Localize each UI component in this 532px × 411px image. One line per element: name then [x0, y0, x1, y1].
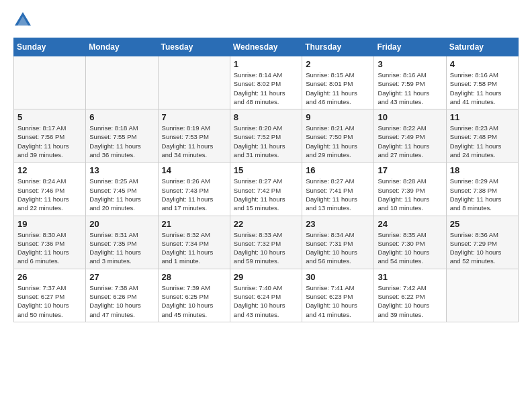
day-number: 14 — [162, 165, 226, 175]
calendar-week-1: 1Sunrise: 8:14 AM Sunset: 8:02 PM Daylig… — [14, 56, 519, 109]
calendar-cell: 29Sunrise: 7:40 AM Sunset: 6:24 PM Dayli… — [230, 269, 302, 322]
calendar-cell: 15Sunrise: 8:27 AM Sunset: 7:42 PM Dayli… — [230, 163, 302, 216]
calendar-cell: 10Sunrise: 8:22 AM Sunset: 7:49 PM Dayli… — [374, 109, 446, 163]
day-number: 13 — [89, 165, 154, 175]
day-number: 26 — [17, 272, 82, 282]
weekday-header-thursday: Thursday — [302, 38, 374, 56]
calendar-week-3: 12Sunrise: 8:24 AM Sunset: 7:46 PM Dayli… — [14, 163, 519, 216]
calendar-cell: 17Sunrise: 8:28 AM Sunset: 7:39 PM Dayli… — [374, 163, 446, 216]
calendar-cell: 6Sunrise: 8:18 AM Sunset: 7:55 PM Daylig… — [86, 109, 158, 163]
calendar-cell: 21Sunrise: 8:32 AM Sunset: 7:34 PM Dayli… — [158, 216, 230, 269]
day-number: 11 — [450, 112, 515, 122]
day-number: 15 — [234, 165, 298, 175]
calendar-cell: 13Sunrise: 8:25 AM Sunset: 7:45 PM Dayli… — [86, 163, 158, 216]
day-number: 2 — [306, 59, 370, 69]
day-info: Sunrise: 8:18 AM Sunset: 7:55 PM Dayligh… — [89, 124, 154, 159]
day-info: Sunrise: 7:39 AM Sunset: 6:25 PM Dayligh… — [162, 283, 226, 319]
calendar-cell: 28Sunrise: 7:39 AM Sunset: 6:25 PM Dayli… — [158, 269, 230, 322]
day-number: 24 — [378, 219, 442, 229]
weekday-header-tuesday: Tuesday — [158, 38, 230, 56]
day-info: Sunrise: 8:25 AM Sunset: 7:45 PM Dayligh… — [89, 177, 154, 212]
calendar-cell: 5Sunrise: 8:17 AM Sunset: 7:56 PM Daylig… — [14, 109, 86, 163]
day-number: 16 — [306, 165, 370, 175]
day-number: 22 — [234, 219, 298, 229]
weekday-header-saturday: Saturday — [446, 38, 518, 56]
calendar-cell: 20Sunrise: 8:31 AM Sunset: 7:35 PM Dayli… — [86, 216, 158, 269]
day-number: 28 — [162, 272, 226, 282]
day-number: 29 — [234, 272, 298, 282]
calendar-cell: 23Sunrise: 8:34 AM Sunset: 7:31 PM Dayli… — [302, 216, 374, 269]
day-info: Sunrise: 8:33 AM Sunset: 7:32 PM Dayligh… — [234, 230, 298, 266]
logo — [13, 11, 35, 30]
day-info: Sunrise: 7:40 AM Sunset: 6:24 PM Dayligh… — [234, 283, 298, 319]
calendar-cell: 24Sunrise: 8:35 AM Sunset: 7:30 PM Dayli… — [374, 216, 446, 269]
weekday-header-monday: Monday — [86, 38, 158, 56]
calendar-cell — [158, 56, 230, 109]
day-number: 20 — [89, 219, 154, 229]
day-info: Sunrise: 8:35 AM Sunset: 7:30 PM Dayligh… — [378, 230, 442, 266]
day-info: Sunrise: 8:32 AM Sunset: 7:34 PM Dayligh… — [162, 230, 226, 266]
day-number: 4 — [450, 59, 515, 69]
day-number: 25 — [450, 219, 515, 229]
day-number: 31 — [378, 272, 442, 282]
day-number: 19 — [17, 219, 82, 229]
day-number: 27 — [89, 272, 154, 282]
calendar-week-5: 26Sunrise: 7:37 AM Sunset: 6:27 PM Dayli… — [14, 269, 519, 322]
calendar-cell: 31Sunrise: 7:42 AM Sunset: 6:22 PM Dayli… — [374, 269, 446, 322]
day-info: Sunrise: 8:20 AM Sunset: 7:52 PM Dayligh… — [234, 124, 298, 159]
calendar-cell: 18Sunrise: 8:29 AM Sunset: 7:38 PM Dayli… — [446, 163, 518, 216]
day-number: 23 — [306, 219, 370, 229]
day-info: Sunrise: 8:17 AM Sunset: 7:56 PM Dayligh… — [17, 124, 82, 159]
day-info: Sunrise: 8:15 AM Sunset: 8:01 PM Dayligh… — [306, 71, 370, 106]
page: SundayMondayTuesdayWednesdayThursdayFrid… — [0, 0, 532, 411]
day-info: Sunrise: 8:27 AM Sunset: 7:42 PM Dayligh… — [234, 177, 298, 212]
day-info: Sunrise: 8:16 AM Sunset: 7:58 PM Dayligh… — [450, 71, 515, 106]
calendar-cell: 12Sunrise: 8:24 AM Sunset: 7:46 PM Dayli… — [14, 163, 86, 216]
calendar-cell: 2Sunrise: 8:15 AM Sunset: 8:01 PM Daylig… — [302, 56, 374, 109]
day-number: 5 — [17, 112, 82, 122]
calendar-cell: 19Sunrise: 8:30 AM Sunset: 7:36 PM Dayli… — [14, 216, 86, 269]
day-info: Sunrise: 8:26 AM Sunset: 7:43 PM Dayligh… — [162, 177, 226, 212]
calendar-cell: 16Sunrise: 8:27 AM Sunset: 7:41 PM Dayli… — [302, 163, 374, 216]
day-number: 9 — [306, 112, 370, 122]
weekday-header-friday: Friday — [374, 38, 446, 56]
calendar-cell: 25Sunrise: 8:36 AM Sunset: 7:29 PM Dayli… — [446, 216, 518, 269]
day-info: Sunrise: 8:16 AM Sunset: 7:59 PM Dayligh… — [378, 71, 442, 106]
day-info: Sunrise: 8:23 AM Sunset: 7:48 PM Dayligh… — [450, 124, 515, 159]
calendar-cell: 4Sunrise: 8:16 AM Sunset: 7:58 PM Daylig… — [446, 56, 518, 109]
day-info: Sunrise: 8:19 AM Sunset: 7:53 PM Dayligh… — [162, 124, 226, 159]
day-info: Sunrise: 8:31 AM Sunset: 7:35 PM Dayligh… — [89, 230, 154, 266]
calendar-cell: 9Sunrise: 8:21 AM Sunset: 7:50 PM Daylig… — [302, 109, 374, 163]
day-number: 12 — [17, 165, 82, 175]
calendar-cell: 14Sunrise: 8:26 AM Sunset: 7:43 PM Dayli… — [158, 163, 230, 216]
day-info: Sunrise: 8:24 AM Sunset: 7:46 PM Dayligh… — [17, 177, 82, 212]
weekday-header-sunday: Sunday — [14, 38, 86, 56]
day-info: Sunrise: 7:37 AM Sunset: 6:27 PM Dayligh… — [17, 283, 82, 319]
calendar-cell: 7Sunrise: 8:19 AM Sunset: 7:53 PM Daylig… — [158, 109, 230, 163]
day-info: Sunrise: 7:42 AM Sunset: 6:22 PM Dayligh… — [378, 283, 442, 319]
day-number: 30 — [306, 272, 370, 282]
calendar-cell: 22Sunrise: 8:33 AM Sunset: 7:32 PM Dayli… — [230, 216, 302, 269]
day-number: 7 — [162, 112, 226, 122]
day-info: Sunrise: 8:28 AM Sunset: 7:39 PM Dayligh… — [378, 177, 442, 212]
weekday-header-wednesday: Wednesday — [230, 38, 302, 56]
day-number: 1 — [234, 59, 298, 69]
day-info: Sunrise: 7:41 AM Sunset: 6:23 PM Dayligh… — [306, 283, 370, 319]
calendar: SundayMondayTuesdayWednesdayThursdayFrid… — [13, 38, 519, 322]
day-info: Sunrise: 8:21 AM Sunset: 7:50 PM Dayligh… — [306, 124, 370, 159]
day-number: 18 — [450, 165, 515, 175]
day-number: 17 — [378, 165, 442, 175]
calendar-week-4: 19Sunrise: 8:30 AM Sunset: 7:36 PM Dayli… — [14, 216, 519, 269]
calendar-cell: 11Sunrise: 8:23 AM Sunset: 7:48 PM Dayli… — [446, 109, 518, 163]
day-number: 21 — [162, 219, 226, 229]
day-info: Sunrise: 8:29 AM Sunset: 7:38 PM Dayligh… — [450, 177, 515, 212]
calendar-week-2: 5Sunrise: 8:17 AM Sunset: 7:56 PM Daylig… — [14, 109, 519, 163]
calendar-cell: 3Sunrise: 8:16 AM Sunset: 7:59 PM Daylig… — [374, 56, 446, 109]
day-info: Sunrise: 8:36 AM Sunset: 7:29 PM Dayligh… — [450, 230, 515, 266]
day-number: 10 — [378, 112, 442, 122]
day-number: 3 — [378, 59, 442, 69]
calendar-cell — [446, 269, 518, 322]
day-info: Sunrise: 8:14 AM Sunset: 8:02 PM Dayligh… — [234, 71, 298, 106]
day-info: Sunrise: 8:34 AM Sunset: 7:31 PM Dayligh… — [306, 230, 370, 266]
logo-icon — [13, 11, 32, 30]
